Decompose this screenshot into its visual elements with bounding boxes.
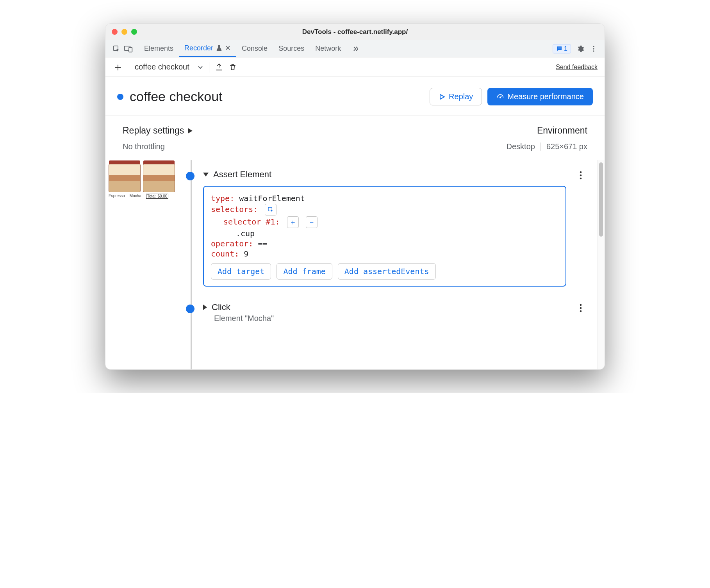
step-title: Click [212,302,230,312]
val-type[interactable]: waitForElement [239,194,305,203]
thumbnail-column: Espresso Mocha Total: $0.00 [105,160,180,369]
recording-title: coffee checkout [130,89,223,104]
tab-label: Console [242,45,268,53]
tab-recorder[interactable]: Recorder ✕ [179,40,236,57]
titlebar: DevTools - coffee-cart.netlify.app/ [105,24,605,40]
more-tabs-icon[interactable] [346,40,363,57]
settings-row: Replay settings No throttling Environmen… [105,116,605,160]
step-subtitle: Element "Mocha" [214,314,595,323]
prop-type: type [211,194,230,203]
device-label: Desktop [507,142,535,151]
step-menu-icon[interactable] [580,171,582,180]
svg-point-4 [593,46,594,47]
replay-label: Replay [449,92,473,101]
scrollbar-thumb[interactable] [599,162,603,237]
thumb-label: Espresso [109,194,125,199]
val-count[interactable]: 9 [244,249,248,258]
replay-settings-toggle[interactable]: Replay settings [123,125,193,136]
scrollbar-track[interactable] [598,160,605,369]
svg-rect-3 [558,48,561,48]
val-selector[interactable]: .cup [236,229,255,238]
measure-performance-button[interactable]: Measure performance [487,88,593,105]
minimize-window-button[interactable] [121,29,127,35]
step-click: Click Element "Mocha" [203,287,595,323]
delete-icon[interactable] [229,63,237,71]
tab-sources[interactable]: Sources [273,40,310,57]
svg-point-9 [580,175,582,176]
screenshot-thumbnail[interactable] [143,164,175,192]
kebab-icon[interactable] [590,45,598,53]
send-feedback-link[interactable]: Send feedback [556,64,598,71]
step-title: Assert Element [213,169,271,180]
gear-icon[interactable] [576,45,584,53]
device-toggle-icon[interactable] [124,45,133,53]
replay-button[interactable]: Replay [430,88,482,105]
fullscreen-window-button[interactable] [131,29,137,35]
recording-select[interactable]: coffee checkout [135,62,203,71]
recording-title-row: coffee checkout Replay Measure performan… [105,77,605,116]
add-asserted-events-button[interactable]: Add assertedEvents [338,263,436,280]
chevron-down-icon [197,64,203,70]
step-marker [186,305,194,313]
prop-selector-1: selector #1 [223,217,275,226]
inspect-icon[interactable] [112,45,120,53]
measure-label: Measure performance [507,92,584,101]
svg-point-6 [593,50,594,52]
svg-point-8 [580,171,582,173]
traffic-lights [112,29,137,35]
separator [541,143,541,151]
step-marker [186,172,194,180]
add-selector-button[interactable]: ＋ [287,216,299,228]
svg-point-13 [580,307,582,309]
export-icon[interactable] [215,63,223,71]
svg-point-14 [580,310,582,312]
separator [209,62,209,73]
tab-console[interactable]: Console [236,40,273,57]
svg-rect-2 [129,47,132,52]
tab-elements[interactable]: Elements [139,40,179,57]
prop-count: count [211,249,234,258]
messages-badge[interactable]: 1 [553,44,571,53]
prop-operator: operator [211,239,248,248]
remove-selector-button[interactable]: − [306,216,318,228]
devtools-tabbar: Elements Recorder ✕ Console Sources Netw… [105,40,605,57]
environment-heading: Environment [507,125,587,136]
tab-label: Recorder [184,44,213,52]
tab-label: Sources [278,45,304,53]
window-title: DevTools - coffee-cart.netlify.app/ [105,28,605,36]
element-picker-button[interactable] [265,204,277,216]
close-tab-icon[interactable]: ✕ [225,44,231,52]
prop-selectors: selectors [211,205,253,214]
add-frame-button[interactable]: Add frame [277,263,332,280]
step-timeline: Assert Element type: waitForElement sele… [180,160,605,369]
screenshot-thumbnail[interactable] [109,164,141,192]
thumb-label: Mocha [130,194,141,199]
add-target-button[interactable]: Add target [211,263,271,280]
tab-label: Network [315,45,341,53]
new-recording-button[interactable]: ＋ [112,60,123,75]
step-assert-element: Assert Element type: waitForElement sele… [203,160,595,287]
thumb-total: Total: $0.00 [146,194,169,199]
step-editor: type: waitForElement selectors: selector… [203,186,566,287]
separator [129,62,129,73]
recording-status-dot [117,94,123,100]
devtools-window: DevTools - coffee-cart.netlify.app/ Elem… [105,23,605,370]
disclosure-triangle-down-icon[interactable] [203,172,209,177]
svg-point-7 [500,97,501,98]
timeline-line [191,160,192,369]
svg-point-5 [593,48,594,49]
step-menu-icon[interactable] [580,304,582,312]
recorder-toolbar: ＋ coffee checkout Send feedback [105,57,605,77]
val-operator[interactable]: == [258,239,267,248]
throttle-value: No throttling [123,142,193,151]
tab-network[interactable]: Network [310,40,346,57]
steps-area: Espresso Mocha Total: $0.00 A [105,160,605,369]
flask-icon [216,45,222,51]
recording-select-label: coffee checkout [135,62,189,71]
svg-point-10 [580,178,582,180]
close-window-button[interactable] [112,29,118,35]
tab-label: Elements [144,45,173,53]
replay-settings-label: Replay settings [123,125,184,136]
messages-count: 1 [564,45,567,52]
disclosure-triangle-right-icon[interactable] [203,305,207,310]
